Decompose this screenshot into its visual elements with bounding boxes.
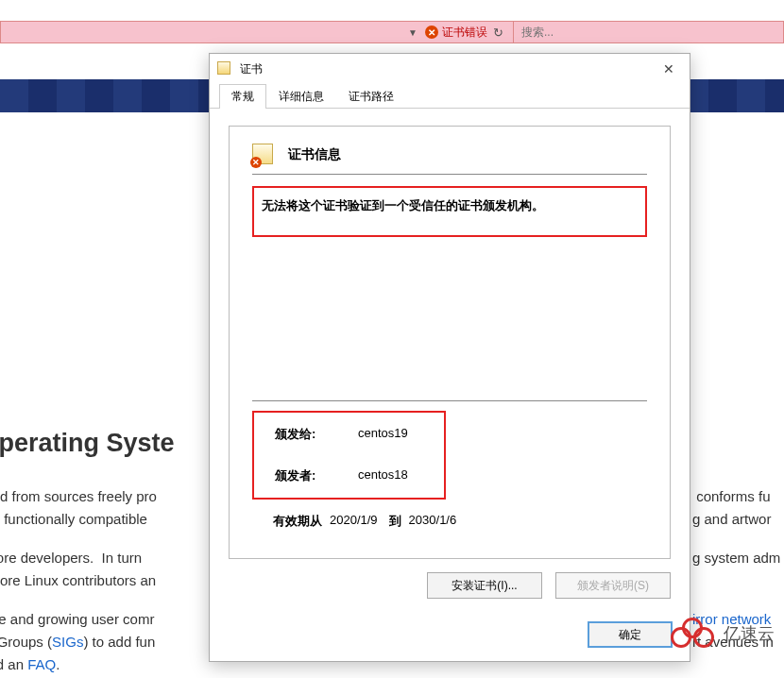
divider — [252, 400, 647, 401]
valid-from-value: 2020/1/9 — [330, 513, 378, 530]
bg-para2-l2: gers, core Linux contributors an — [0, 569, 156, 592]
cert-warning-icon: ✕ — [252, 144, 275, 166]
issuer-statement-button: 颁发者说明(S) — [555, 572, 671, 599]
watermark-logo-icon — [671, 618, 718, 650]
dropdown-icon[interactable]: ▼ — [408, 27, 418, 38]
bg-para3-l3: se, and an FAQ. — [0, 653, 60, 676]
issued-box: 颁发给: centos19 颁发者: centos18 — [252, 411, 446, 500]
address-left: ▼ ✕ 证书错误 ↻ — [1, 25, 513, 41]
bg-para3-l2: terest Groups (SIGs) to add fun — [0, 631, 155, 653]
dialog-title: 证书 — [240, 61, 656, 77]
dialog-footer: 确定 — [210, 612, 690, 661]
tab-cert-path[interactable]: 证书路径 — [336, 84, 406, 109]
tab-body: ✕ 证书信息 无法将这个证书验证到一个受信任的证书颁发机构。 颁发给: cent… — [210, 109, 690, 612]
bg-para2-r1: g system adm — [692, 547, 780, 569]
valid-to-label: 到 — [389, 513, 401, 530]
issued-to-row: 颁发给: centos19 — [254, 420, 444, 449]
bg-para1-l1: derived from sources freely pro — [0, 485, 157, 508]
close-icon[interactable]: ✕ — [656, 58, 682, 80]
link-sigs[interactable]: SIGs — [52, 634, 83, 650]
link-faq[interactable]: FAQ — [27, 656, 56, 672]
issued-to-label: 颁发给: — [275, 426, 358, 443]
dialog-titlebar[interactable]: 证书 ✕ — [210, 54, 690, 84]
warning-box: 无法将这个证书验证到一个受信任的证书颁发机构。 — [252, 186, 647, 237]
install-cert-button[interactable]: 安装证书(I)... — [427, 572, 542, 599]
validity-row: 有效期从 2020/1/9 到 2030/1/6 — [252, 501, 647, 545]
watermark: 亿速云 — [671, 618, 775, 650]
issued-by-row: 颁发者: centos18 — [254, 462, 444, 490]
bg-para1-r1: conforms fu — [692, 485, 771, 508]
issued-by-label: 颁发者: — [275, 467, 358, 484]
bg-para1-l2: s to be functionally compatible — [0, 508, 147, 531]
cert-info-header: ✕ 证书信息 — [252, 144, 647, 175]
search-input[interactable] — [521, 22, 775, 42]
certificate-dialog: 证书 ✕ 常规 详细信息 证书路径 ✕ 证书信息 无法将这个证书验证到一个受信任… — [209, 53, 690, 662]
bg-subheading: e Operating Syste — [0, 429, 175, 458]
issued-to-value: centos19 — [358, 426, 408, 443]
issued-by-value: centos18 — [358, 467, 408, 484]
valid-from-label: 有效期从 — [273, 513, 322, 530]
bg-para1-r2: g and artwor — [692, 508, 771, 531]
bg-para2-l1: m of core developers. In turn — [0, 547, 145, 569]
ok-button[interactable]: 确定 — [588, 621, 673, 648]
tab-details[interactable]: 详细信息 — [266, 84, 336, 109]
bg-para3-l1: n active and growing user comr — [0, 608, 154, 631]
certificate-icon — [217, 61, 232, 76]
search-box[interactable] — [513, 22, 783, 42]
address-bar: ▼ ✕ 证书错误 ↻ — [0, 21, 784, 43]
valid-to-value: 2030/1/6 — [409, 513, 457, 530]
tabs: 常规 详细信息 证书路径 — [210, 84, 690, 109]
refresh-icon[interactable]: ↻ — [493, 25, 503, 40]
watermark-text: 亿速云 — [724, 622, 775, 645]
cert-panel: ✕ 证书信息 无法将这个证书验证到一个受信任的证书颁发机构。 颁发给: cent… — [229, 126, 671, 559]
tab-general[interactable]: 常规 — [219, 84, 266, 109]
warning-text: 无法将这个证书验证到一个受信任的证书颁发机构。 — [262, 197, 638, 214]
cert-error-icon[interactable]: ✕ — [425, 25, 438, 39]
cert-error-label[interactable]: 证书错误 — [442, 25, 487, 41]
cert-info-title: 证书信息 — [288, 146, 341, 163]
action-row: 安装证书(I)... 颁发者说明(S) — [229, 559, 671, 599]
